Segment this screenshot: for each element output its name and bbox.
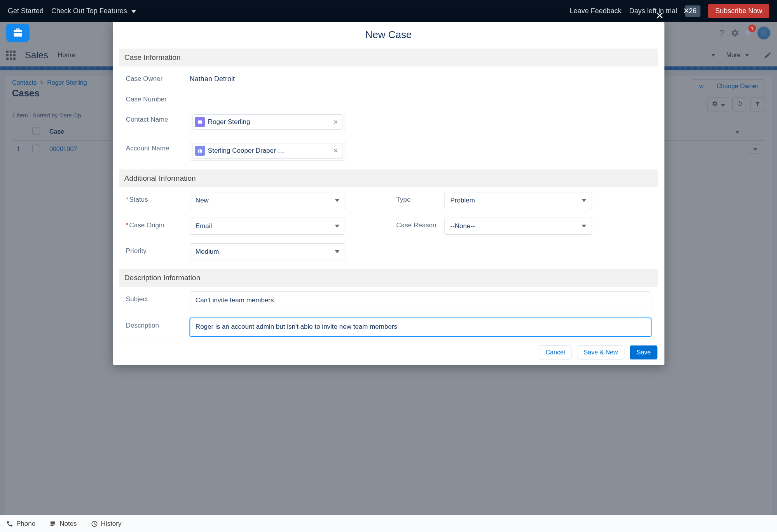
days-left-value: 26 — [689, 7, 697, 15]
utility-history-label: History — [101, 520, 122, 528]
type-select[interactable]: Problem — [445, 192, 592, 209]
save-button[interactable]: Save — [630, 345, 657, 359]
chevron-down-icon — [335, 250, 339, 253]
section-description-information: Description Information — [119, 269, 658, 287]
account-name-lookup[interactable]: Sterling Cooper Draper … × — [190, 141, 345, 161]
type-label: Type — [396, 192, 439, 204]
notifications-icon[interactable]: 1 — [744, 28, 753, 38]
days-left-badge: × 26 — [685, 5, 700, 17]
new-case-modal: × New Case Case Information Case Owner N… — [113, 22, 664, 365]
status-select[interactable]: New — [190, 192, 345, 209]
utility-history[interactable]: History — [91, 520, 122, 528]
remove-contact-icon[interactable]: × — [332, 118, 339, 126]
case-owner-label: Case Owner — [126, 71, 184, 83]
case-origin-select[interactable]: Email — [190, 218, 345, 235]
utility-bar: Phone Notes History — [0, 515, 777, 532]
chevron-down-icon — [131, 10, 136, 13]
top-features-label: Check Out Top Features — [51, 7, 127, 15]
modal-title: New Case — [113, 22, 664, 49]
case-reason-label: Case Reason — [396, 218, 439, 229]
modal-footer: Cancel Save & New Save — [113, 340, 664, 365]
get-started-link[interactable]: Get Started — [8, 7, 44, 15]
description-label: Description — [126, 318, 184, 330]
phone-icon — [6, 520, 13, 527]
contact-icon — [195, 117, 205, 127]
case-reason-select[interactable]: --None-- — [445, 218, 592, 235]
description-textarea[interactable] — [190, 318, 651, 337]
case-origin-label: Case Origin — [126, 218, 184, 229]
priority-select[interactable]: Medium — [190, 243, 345, 260]
subject-label: Subject — [126, 291, 184, 303]
subscribe-button[interactable]: Subscribe Now — [708, 4, 769, 18]
utility-notes[interactable]: Notes — [49, 520, 77, 528]
cancel-button[interactable]: Cancel — [539, 345, 572, 359]
priority-value: Medium — [196, 248, 219, 256]
account-icon — [195, 146, 205, 156]
case-reason-value: --None-- — [450, 222, 475, 230]
contact-name-lookup[interactable]: Roger Sterling × — [190, 112, 345, 132]
utility-phone-label: Phone — [16, 520, 35, 528]
days-left-label: Days left in trial — [629, 7, 677, 15]
section-additional-information: Additional Information — [119, 169, 658, 187]
briefcase-icon — [12, 28, 23, 38]
chevron-down-icon — [335, 199, 339, 202]
notifications-count: 1 — [748, 24, 756, 32]
close-icon[interactable]: × — [683, 5, 689, 17]
svg-rect-0 — [198, 120, 202, 124]
app-logo[interactable] — [6, 24, 30, 42]
modal-close-icon[interactable]: × — [656, 9, 664, 22]
chevron-down-icon — [582, 199, 587, 202]
leave-feedback-link[interactable]: Leave Feedback — [570, 7, 622, 15]
priority-label: Priority — [126, 243, 184, 255]
contact-name-value: Roger Sterling — [208, 118, 329, 126]
chevron-down-icon — [335, 225, 339, 228]
contact-name-label: Contact Name — [126, 112, 184, 124]
chevron-down-icon — [582, 225, 587, 228]
case-number-label: Case Number — [126, 92, 184, 103]
subject-input[interactable] — [190, 291, 651, 309]
status-value: New — [196, 197, 209, 204]
status-label: Status — [126, 192, 184, 204]
section-case-information: Case Information — [119, 49, 658, 66]
utility-phone[interactable]: Phone — [6, 520, 35, 528]
account-name-label: Account Name — [126, 141, 184, 152]
type-value: Problem — [450, 197, 475, 204]
account-name-value: Sterling Cooper Draper … — [208, 147, 329, 155]
top-features-dropdown[interactable]: Check Out Top Features — [51, 7, 136, 15]
notes-icon — [49, 520, 56, 527]
save-and-new-button[interactable]: Save & New — [577, 345, 625, 359]
case-origin-value: Email — [196, 222, 212, 230]
utility-notes-label: Notes — [59, 520, 77, 528]
remove-account-icon[interactable]: × — [332, 147, 339, 155]
clock-icon — [91, 520, 98, 527]
case-owner-value: Nathan Detroit — [190, 71, 235, 83]
